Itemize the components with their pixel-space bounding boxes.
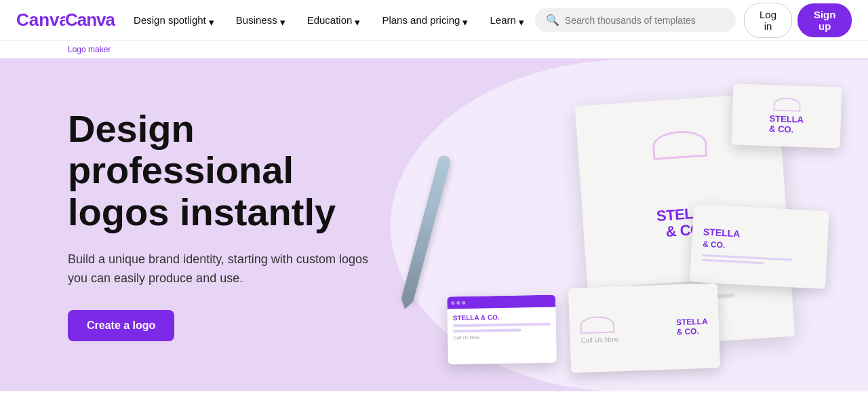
card1-mockup: STELLA & CO. <box>690 204 829 289</box>
card1-stella: STELLA <box>703 227 741 238</box>
card3-arc <box>773 97 801 111</box>
screen-phone: Call Us Now <box>453 334 551 341</box>
screen-dot <box>456 301 460 305</box>
login-button[interactable]: Log in <box>744 3 793 38</box>
card2-stella: STELLA& CO. <box>676 316 709 336</box>
search-icon: 🔍 <box>546 14 559 26</box>
screen-line <box>453 328 521 332</box>
pen-mockup <box>401 154 452 301</box>
hero-cta-button[interactable]: Create a logo <box>68 310 174 341</box>
search-input[interactable] <box>565 15 725 26</box>
signup-button[interactable]: Sign up <box>797 3 852 37</box>
nav-item-education[interactable]: Education ▾ <box>299 9 372 31</box>
chevron-down-icon: ▾ <box>280 16 288 24</box>
navbar: Canva Canva Design spotlight ▾ Business … <box>0 0 868 41</box>
chevron-down-icon: ▾ <box>355 16 363 24</box>
nav-item-plans-pricing[interactable]: Plans and pricing ▾ <box>374 9 479 31</box>
auth-buttons: Log in Sign up <box>744 3 852 38</box>
card3-mockup: STELLA& CO. <box>731 83 842 149</box>
card2-mockup: Call Us Now STELLA& CO. <box>568 283 720 373</box>
svg-text:Canva: Canva <box>16 11 65 30</box>
card2-arc <box>580 315 614 334</box>
card2-left: Call Us Now <box>580 315 618 344</box>
card3-stella: STELLA& CO. <box>769 113 804 135</box>
canva-logo[interactable]: Canva Canva <box>16 9 115 31</box>
breadcrumb-link[interactable]: Logo maker <box>68 45 111 54</box>
breadcrumb: Logo maker <box>0 41 868 58</box>
screen-dot <box>451 301 454 305</box>
screen-content: STELLA & CO. Call Us Now <box>447 307 556 346</box>
chevron-down-icon: ▾ <box>462 16 471 24</box>
hero-content: Design professional logos instantly Buil… <box>0 67 380 382</box>
hero-title: Design professional logos instantly <box>68 108 380 233</box>
chevron-down-icon: ▾ <box>519 16 527 24</box>
nav-item-business[interactable]: Business ▾ <box>228 9 296 31</box>
bottom-cta-section: Create a logo <box>0 391 868 405</box>
nav-item-learn[interactable]: Learn ▾ <box>481 9 534 31</box>
card2-right: STELLA& CO. <box>676 316 709 336</box>
search-bar[interactable]: 🔍 <box>535 8 736 32</box>
nav-items: Design spotlight ▾ Business ▾ Education … <box>125 9 535 31</box>
chevron-down-icon: ▾ <box>209 16 217 24</box>
brochure-arc <box>652 130 708 166</box>
card1-co: & CO. <box>703 239 726 250</box>
card2-text: Call Us Now <box>580 335 618 344</box>
hero-subtitle: Build a unique brand identity, starting … <box>68 250 380 289</box>
hero-section: Design professional logos instantly Buil… <box>0 58 868 391</box>
screen-line <box>453 323 551 328</box>
nav-item-design-spotlight[interactable]: Design spotlight ▾ <box>125 9 225 31</box>
mockup-container: STELLA& CO. STELLA& CO. STELLA & CO. <box>380 72 841 384</box>
screen-dot <box>462 301 465 304</box>
screen-stella: STELLA & CO. <box>453 313 551 322</box>
screen-mockup: STELLA & CO. Call Us Now <box>447 295 557 365</box>
card1-subline <box>702 258 764 264</box>
hero-image: STELLA& CO. STELLA& CO. STELLA & CO. <box>380 72 841 384</box>
